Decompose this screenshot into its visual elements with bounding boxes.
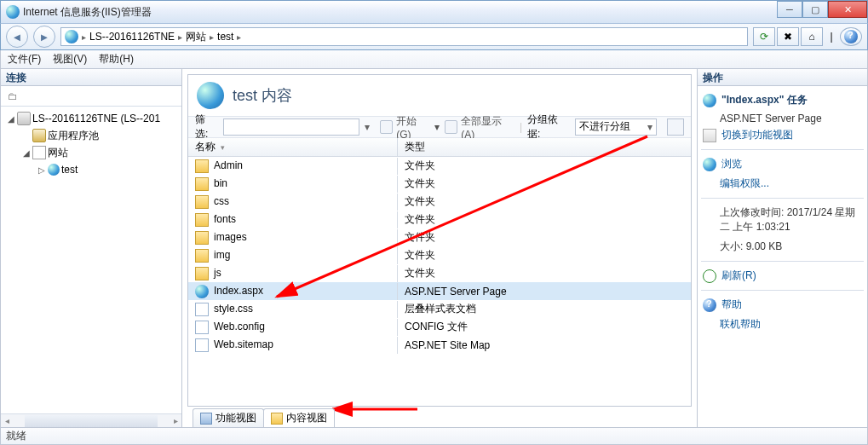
table-row[interactable]: bin文件夹 bbox=[188, 175, 691, 193]
menu-file[interactable]: 文件(F) bbox=[8, 52, 41, 66]
file-name: Admin bbox=[214, 159, 243, 171]
table-row[interactable]: img文件夹 bbox=[188, 246, 691, 264]
menu-bar: 文件(F) 视图(V) 帮助(H) bbox=[0, 50, 868, 69]
tree-apppool-node[interactable]: 应用程序池 bbox=[4, 127, 181, 144]
action-switch-feature[interactable]: 切换到功能视图 bbox=[701, 126, 864, 144]
group-select[interactable]: 不进行分组 bbox=[575, 118, 657, 136]
col-type[interactable]: 类型 bbox=[398, 138, 691, 156]
file-icon bbox=[195, 321, 209, 334]
tree-test-label: test bbox=[61, 164, 78, 176]
filter-dropdown-icon[interactable]: ▾ bbox=[365, 121, 375, 133]
action-last-modified: 上次修改时间: 2017/1/24 星期二 上午 1:03:21 bbox=[701, 204, 864, 236]
content-title-icon bbox=[197, 82, 224, 109]
table-row[interactable]: css文件夹 bbox=[188, 193, 691, 211]
help-button[interactable] bbox=[840, 27, 862, 46]
actions-header: 操作 bbox=[698, 69, 867, 86]
table-row[interactable]: Web.configCONFIG 文件 bbox=[188, 318, 691, 336]
action-task-subtitle: ASP.NET Server Page bbox=[701, 113, 864, 124]
action-browse[interactable]: 浏览 bbox=[701, 155, 864, 173]
action-online-help[interactable]: 联机帮助 bbox=[701, 315, 864, 333]
resize-grip-icon[interactable] bbox=[852, 431, 864, 442]
file-name: fonts bbox=[214, 213, 236, 225]
showall-icon bbox=[445, 120, 458, 134]
close-button[interactable]: ✕ bbox=[828, 1, 867, 18]
file-type: ASP.NET Server Page bbox=[398, 284, 691, 299]
file-name: Web.config bbox=[214, 321, 265, 332]
filter-input[interactable] bbox=[223, 118, 359, 136]
table-row[interactable]: js文件夹 bbox=[188, 264, 691, 282]
task-icon bbox=[703, 94, 716, 107]
tree-test-node[interactable]: ▷ test bbox=[4, 161, 181, 178]
filter-label: 筛选: bbox=[195, 113, 218, 142]
actions-panel: 操作 "Index.aspx" 任务 ASP.NET Server Page 切… bbox=[697, 69, 867, 427]
file-icon bbox=[195, 231, 209, 245]
file-name: bin bbox=[214, 177, 227, 189]
title-bar: Internet 信息服务(IIS)管理器 ─ ▢ ✕ bbox=[0, 0, 868, 23]
nav-forward-button[interactable]: ► bbox=[33, 26, 55, 48]
tree-refresh-icon[interactable] bbox=[25, 88, 42, 105]
chevron-right-icon: ▸ bbox=[178, 32, 182, 42]
tree-server-node[interactable]: ◢ LS--20161126TNE (LS--201 bbox=[4, 110, 181, 127]
filter-start-label: 开始(G) bbox=[396, 114, 430, 141]
content-title-text: test 内容 bbox=[233, 85, 292, 106]
nav-separator: | bbox=[825, 27, 838, 46]
content-view-icon bbox=[271, 413, 283, 425]
breadcrumb-server[interactable]: LS--20161126TNE bbox=[89, 31, 175, 43]
grid-icon bbox=[703, 129, 716, 142]
filter-options-button[interactable] bbox=[667, 118, 684, 136]
filter-showall[interactable]: 全部显示(A) bbox=[445, 114, 514, 141]
table-row[interactable]: Admin文件夹 bbox=[188, 157, 691, 175]
stop-button[interactable]: ✖ bbox=[777, 27, 799, 46]
file-name: Web.sitemap bbox=[214, 338, 273, 350]
filter-start[interactable]: 开始(G) ▾ bbox=[380, 114, 440, 141]
table-row[interactable]: style.css层叠样式表文档 bbox=[188, 300, 691, 318]
nav-back-button[interactable]: ◄ bbox=[6, 26, 28, 48]
table-row[interactable]: images文件夹 bbox=[188, 228, 691, 246]
tree-collapse-icon[interactable]: 🗀 bbox=[4, 88, 21, 105]
table-row[interactable]: Web.sitemapASP.NET Site Map bbox=[188, 336, 691, 354]
breadcrumb[interactable]: ▸ LS--20161126TNE ▸ 网站 ▸ test ▸ bbox=[60, 27, 748, 46]
breadcrumb-sites[interactable]: 网站 bbox=[186, 30, 206, 44]
expander-icon[interactable]: ◢ bbox=[21, 148, 31, 158]
action-help[interactable]: 帮助 bbox=[701, 296, 864, 314]
menu-view[interactable]: 视图(V) bbox=[53, 52, 87, 66]
feature-view-icon bbox=[200, 413, 212, 425]
menu-help[interactable]: 帮助(H) bbox=[99, 52, 134, 66]
server-icon bbox=[17, 112, 31, 125]
file-icon bbox=[195, 213, 209, 227]
minimize-button[interactable]: ─ bbox=[777, 1, 802, 18]
breadcrumb-test[interactable]: test bbox=[217, 31, 233, 43]
home-button[interactable]: ⌂ bbox=[801, 27, 823, 46]
col-name[interactable]: 名称▾ bbox=[188, 138, 398, 156]
file-type: 层叠样式表文档 bbox=[398, 300, 691, 318]
action-edit-permissions[interactable]: 编辑权限... bbox=[701, 175, 864, 193]
app-icon bbox=[6, 5, 20, 19]
sites-icon bbox=[32, 146, 46, 159]
table-row[interactable]: fonts文件夹 bbox=[188, 211, 691, 228]
file-type: ASP.NET Site Map bbox=[398, 338, 691, 353]
group-label: 分组依据: bbox=[527, 113, 570, 142]
tree-sites-node[interactable]: ◢ 网站 bbox=[4, 144, 181, 161]
window-title: Internet 信息服务(IIS)管理器 bbox=[23, 5, 867, 20]
tab-content-view[interactable]: 内容视图 bbox=[263, 408, 335, 427]
expander-icon[interactable]: ◢ bbox=[6, 114, 15, 124]
left-scrollbar[interactable]: ◂▸ bbox=[1, 413, 181, 427]
table-row[interactable]: Index.aspxASP.NET Server Page bbox=[188, 282, 691, 300]
sort-caret-icon: ▾ bbox=[221, 143, 225, 152]
chevron-right-icon: ▸ bbox=[210, 32, 214, 42]
browse-icon bbox=[703, 158, 716, 171]
file-icon bbox=[195, 303, 209, 316]
refresh-button[interactable]: ⟳ bbox=[753, 27, 775, 46]
maximize-button[interactable]: ▢ bbox=[802, 1, 828, 18]
content-title: test 内容 bbox=[188, 75, 691, 116]
file-name: img bbox=[214, 249, 230, 261]
view-tabs: 功能视图 内容视图 bbox=[187, 407, 692, 427]
file-icon bbox=[195, 177, 209, 191]
tree-server-label: LS--20161126TNE (LS--201 bbox=[32, 113, 160, 124]
action-task-title: "Index.aspx" 任务 bbox=[701, 90, 864, 111]
site-icon bbox=[48, 164, 60, 176]
expander-icon[interactable]: ▷ bbox=[37, 165, 46, 175]
action-refresh[interactable]: 刷新(R) bbox=[701, 267, 864, 285]
file-name: style.css bbox=[214, 303, 253, 315]
tab-feature-view[interactable]: 功能视图 bbox=[193, 408, 264, 427]
